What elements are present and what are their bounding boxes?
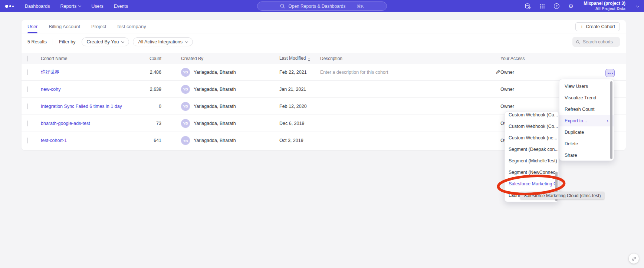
menu-item-refresh-count[interactable]: Refresh Count	[559, 103, 614, 115]
last-modified-date: Feb 12, 2020	[279, 104, 320, 109]
link-icon	[631, 256, 637, 261]
top-navbar: Dashboards Reports Users Events ⌘K ? ⚙ M…	[0, 0, 644, 12]
project-name: Mixpanel (project 3)	[584, 1, 625, 6]
project-chevron-icon[interactable]	[636, 4, 639, 7]
submenu-item-segment-2[interactable]: Segment (MichelleTest)	[505, 155, 558, 166]
apps-grid-icon[interactable]	[539, 3, 545, 10]
cohort-count: 2,486	[134, 70, 181, 75]
results-count: 5 Results	[27, 39, 47, 44]
row-checkbox[interactable]	[27, 103, 28, 109]
created-by-name: Yarlagadda, Bharath	[194, 138, 236, 143]
cohort-count: 641	[134, 138, 181, 143]
edit-pencil-icon[interactable]: ✎	[496, 69, 500, 76]
svg-text:?: ?	[556, 4, 558, 8]
chevron-down-icon	[121, 40, 124, 43]
avatar: YB	[181, 136, 190, 145]
cohort-name-link[interactable]: 你好世界	[41, 69, 134, 75]
nav-reports[interactable]: Reports	[60, 4, 81, 9]
avatar: YB	[181, 119, 190, 128]
row-checkbox[interactable]	[27, 120, 28, 126]
cohort-name-link[interactable]: bharath-google-ads-test	[41, 121, 134, 126]
table-row: 你好世界 2,486 YBYarlagadda, Bharath Feb 22,…	[22, 64, 626, 81]
filter-row: 5 Results Filter by Created By You All A…	[22, 33, 626, 50]
col-header-name: Cohort Name	[41, 56, 134, 61]
cohort-count: 2,639	[134, 87, 181, 92]
row-checkbox[interactable]	[27, 86, 28, 92]
last-modified-date: Jan 21, 2021	[279, 87, 320, 92]
access-value: Owner	[500, 70, 601, 75]
row-context-menu: View Users Visualize Trend Refresh Count…	[559, 79, 614, 161]
mixpanel-logo-icon[interactable]	[5, 5, 14, 8]
last-modified-date: Oct 3, 2019	[279, 138, 320, 143]
menu-item-duplicate[interactable]: Duplicate	[559, 126, 614, 138]
project-switcher[interactable]: Mixpanel (project 3) All Project Data	[584, 1, 625, 11]
submenu-item-segment-1[interactable]: Segment (Deepak con...	[505, 143, 558, 155]
last-modified-date: Dec 6, 2019	[279, 121, 320, 126]
avatar: YB	[181, 85, 190, 94]
export-submenu: Custom Webhook (Cu... Custom Webhook (Co…	[505, 111, 559, 202]
tab-user[interactable]: User	[27, 20, 37, 33]
submenu-item-custom-webhook-3[interactable]: Custom Webhook (ne...	[505, 132, 558, 143]
chevron-down-icon	[185, 40, 188, 43]
cohort-search-box[interactable]	[572, 37, 620, 47]
settings-gear-icon[interactable]: ⚙	[568, 3, 574, 10]
cohort-search-input[interactable]	[583, 39, 616, 44]
table-row: new-cohy 2,639 YBYarlagadda, Bharath Jan…	[22, 81, 626, 98]
menu-item-view-users[interactable]: View Users	[559, 80, 614, 92]
created-by-name: Yarlagadda, Bharath	[194, 104, 236, 109]
project-scope: All Project Data	[584, 6, 625, 11]
nav-dashboards[interactable]: Dashboards	[25, 4, 50, 9]
tab-project[interactable]: Project	[91, 20, 106, 33]
row-checkbox[interactable]	[27, 138, 28, 143]
main-nav: Dashboards Reports Users Events	[25, 4, 128, 9]
cohort-count: 73	[134, 121, 181, 126]
submenu-item-custom-webhook-2[interactable]: Custom Webhook (Co...	[505, 120, 558, 132]
more-actions-button[interactable]	[605, 69, 615, 77]
created-by-name: Yarlagadda, Bharath	[194, 70, 236, 75]
search-icon	[576, 40, 580, 44]
menu-item-delete[interactable]: Delete	[559, 138, 614, 149]
cohort-name-link[interactable]: new-cohy	[41, 87, 134, 92]
avatar: YB	[181, 68, 190, 77]
integrations-filter[interactable]: All Active Integrations	[133, 37, 193, 46]
nav-users[interactable]: Users	[91, 4, 104, 9]
global-search-input[interactable]	[288, 4, 353, 9]
col-header-count: Count	[134, 56, 181, 61]
menu-item-export-to[interactable]: Export to... ›	[559, 115, 614, 126]
cohort-name-link[interactable]: test-cohort-1	[41, 138, 134, 143]
avatar: YB	[181, 102, 190, 111]
submenu-item-segment-3[interactable]: Segment (NewConnec...	[505, 166, 558, 178]
data-management-icon[interactable]	[524, 3, 531, 10]
submenu-item-custom-webhook-1[interactable]: Custom Webhook (Cu...	[505, 111, 558, 120]
chevron-right-icon: ›	[607, 118, 608, 124]
menu-scrollbar[interactable]	[610, 81, 612, 159]
menu-item-visualize-trend[interactable]: Visualize Trend	[559, 92, 614, 103]
col-header-access: Your Access	[500, 56, 601, 61]
divider	[53, 39, 53, 45]
tab-test-company[interactable]: test company	[117, 20, 146, 33]
cohort-name-link[interactable]: Integration Sync Failed 6 times in 1 day	[41, 104, 134, 109]
created-by-name: Yarlagadda, Bharath	[194, 87, 236, 92]
col-header-created-by: Created By	[181, 56, 279, 61]
tab-billing-account[interactable]: Billing Account	[49, 20, 80, 33]
shortcut-hint: ⌘K	[356, 4, 364, 9]
row-checkbox[interactable]	[27, 69, 28, 75]
submenu-item-salesforce-marketing-cloud[interactable]: Salesforce Marketing C...	[505, 178, 558, 189]
col-header-last-modified[interactable]: Last Modified	[279, 56, 320, 62]
description-field[interactable]: Enter a description for this cohort	[320, 70, 388, 75]
select-all-checkbox[interactable]	[27, 56, 28, 62]
help-icon[interactable]: ?	[553, 3, 560, 10]
nav-events[interactable]: Events	[114, 4, 128, 9]
tabs-row: User Billing Account Project test compan…	[22, 20, 626, 33]
menu-item-share[interactable]: Share	[559, 149, 614, 161]
created-by-filter[interactable]: Created By You	[82, 37, 129, 46]
plus-icon: +	[580, 24, 583, 30]
sort-icon	[308, 58, 310, 62]
global-search-bar[interactable]: ⌘K	[257, 1, 387, 11]
create-cohort-button[interactable]: + Create Cohort	[575, 22, 620, 31]
integration-tooltip: Salesforce Marketing Cloud (sfmc-test)	[520, 192, 604, 199]
table-header-row: Cohort Name Count Created By Last Modifi…	[22, 53, 626, 64]
last-modified-date: Feb 22, 2021	[279, 70, 320, 75]
help-link-button[interactable]	[629, 254, 639, 264]
filter-by-label: Filter by	[59, 39, 75, 44]
